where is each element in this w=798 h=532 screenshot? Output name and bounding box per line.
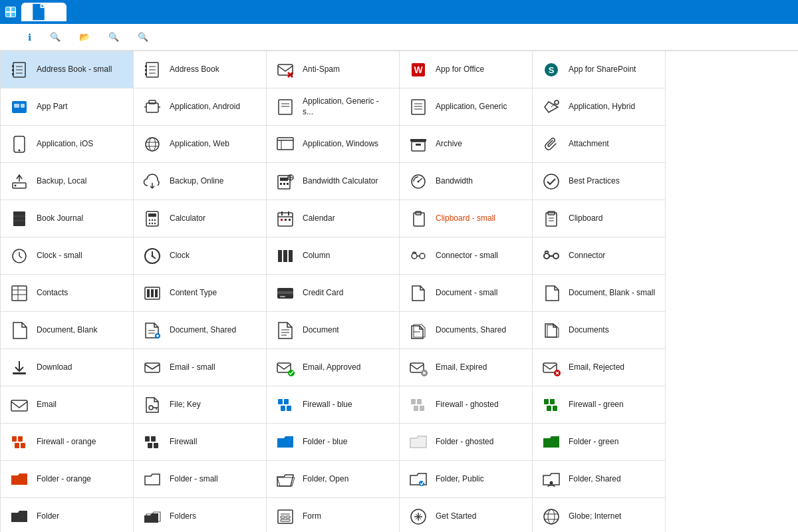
grid-cell-app-for-sharepoint[interactable]: SApp for SharePoint [533,51,666,88]
grid-cell-application-ios[interactable]: Application, iOS [1,126,134,163]
menu-zoom-in[interactable]: 🔍 [102,29,128,45]
grid-cell-email-rejected[interactable]: Email, Rejected [533,349,666,386]
svg-point-53 [15,184,17,186]
grid-cell-application-generic[interactable]: Application, Generic [400,88,533,126]
grid-cell-clipboard[interactable]: Clipboard [533,200,666,237]
minimize-button[interactable] [732,3,750,21]
grid-cell-contacts[interactable]: Contacts [1,275,134,312]
grid-cell-clipboard-small[interactable]: Clipboard - small [400,200,533,237]
grid-cell-application-generic-s[interactable]: Application, Generic - s... [267,88,400,126]
grid-cell-folder-ghosted[interactable]: Folder - ghosted [400,424,533,461]
window-controls [732,3,793,21]
grid-cell-folder-blue[interactable]: Folder - blue [267,424,400,461]
grid-cell-bandwidth-calculator[interactable]: Bandwidth Calculator [267,163,400,200]
grid-cell-app-part[interactable]: App Part [1,88,134,126]
grid-cell-label-email-expired: Email, Expired [436,362,487,373]
grid-cell-get-started[interactable]: Get Started [400,498,533,532]
menu-file[interactable] [5,35,19,40]
svg-rect-50 [412,142,425,151]
svg-rect-28 [146,103,158,112]
grid-cell-document-blank[interactable]: Document, Blank [1,312,134,349]
download-icon [9,357,30,378]
svg-point-105 [544,253,549,259]
grid-cell-book-journal[interactable]: Book Journal [1,200,134,237]
bandwidth-calc-icon [275,171,296,192]
firewall-green-icon [541,394,562,416]
grid-cell-column[interactable]: Column [267,237,400,275]
grid-cell-document-shared[interactable]: Document, Shared [134,312,267,349]
svg-rect-133 [410,363,424,372]
grid-cell-form[interactable]: Form [267,498,400,532]
email-icon [9,394,30,416]
grid-cell-connector[interactable]: Connector [533,237,666,275]
menu-browse[interactable]: 📂 [72,29,99,45]
grid-cell-folder-public[interactable]: Folder, Public [400,461,533,498]
grid-cell-application-android[interactable]: Application, Android [134,88,267,126]
grid-cell-firewall-green[interactable]: Firewall - green [533,386,666,424]
grid-cell-application-web[interactable]: Application, Web [134,126,267,163]
restore-button[interactable] [753,3,771,21]
grid-cell-connector-small[interactable]: Connector - small [400,237,533,275]
grid-cell-address-book[interactable]: Address Book [134,51,267,88]
grid-cell-clock[interactable]: Clock [134,237,267,275]
grid-cell-folder-open[interactable]: Folder, Open [267,461,400,498]
grid-cell-calculator[interactable]: Calculator [134,200,267,237]
grid-cell-clock-small[interactable]: Clock - small [1,237,134,275]
grid-cell-email[interactable]: Email [1,386,134,424]
grid-cell-anti-spam[interactable]: Anti-Spam [267,51,400,88]
grid-cell-application-windows[interactable]: Application, Windows [267,126,400,163]
grid-cell-document-small[interactable]: Document - small [400,275,533,312]
svg-rect-55 [280,178,288,181]
grid-cell-content-type[interactable]: Content Type [134,275,267,312]
grid-cell-email-approved[interactable]: Email, Approved [267,349,400,386]
grid-cell-application-hybrid[interactable]: Application, Hybrid [533,88,666,126]
grid-cell-email-small[interactable]: Email - small [134,349,267,386]
file-tab[interactable] [21,3,66,21]
grid-cell-folder[interactable]: Folder [1,498,134,532]
hamburger-menu[interactable] [782,35,793,40]
grid-cell-document-blank-small[interactable]: Document, Blank - small [533,275,666,312]
grid-cell-archive[interactable]: Archive [400,126,533,163]
zoom-in-icon: 🔍 [108,32,119,42]
grid-cell-label-app-for-office: App for Office [436,65,484,75]
grid-cell-label-document-small: Document - small [436,288,497,299]
grid-cell-firewall-blue[interactable]: Firewall - blue [267,386,400,424]
grid-cell-document[interactable]: Document [267,312,400,349]
grid-cell-folder-orange[interactable]: Folder - orange [1,461,134,498]
clipboard-small-icon [408,208,429,229]
menu-zoom-out[interactable]: 🔍 [131,29,158,45]
svg-rect-156 [553,406,557,411]
grid-cell-label-email-approved: Email, Approved [303,362,360,373]
grid-cell-app-for-office[interactable]: WApp for Office [400,51,533,88]
grid-cell-backup-local[interactable]: Backup, Local [1,163,134,200]
grid-cell-email-expired[interactable]: Email, Expired [400,349,533,386]
grid-cell-file-key[interactable]: File; Key [134,386,267,424]
grid-cell-folder-small[interactable]: Folder - small [134,461,267,498]
grid-cell-folder-green[interactable]: Folder - green [533,424,666,461]
grid-cell-folder-shared[interactable]: Folder, Shared [533,461,666,498]
close-button[interactable] [774,3,793,21]
grid-cell-download[interactable]: Download [1,349,134,386]
menu-file-info[interactable]: ℹ [21,29,41,45]
grid-cell-address-book-small[interactable]: Address Book - small [1,51,134,88]
grid-cell-firewall-orange[interactable]: Firewall - orange [1,424,134,461]
grid-cell-firewall[interactable]: Firewall [134,424,267,461]
svg-rect-162 [151,436,156,442]
grid-cell-firewall-ghosted[interactable]: Firewall - ghosted [400,386,533,424]
grid-cell-calendar[interactable]: Calendar [267,200,400,237]
svg-rect-149 [411,399,416,404]
grid-cell-label-anti-spam: Anti-Spam [303,65,340,75]
grid-cell-globe-internet[interactable]: Globe; Internet [533,498,666,532]
grid-cell-attachment[interactable]: Attachment [533,126,666,163]
grid-cell-credit-card[interactable]: Credit Card [267,275,400,312]
menu-inspect[interactable]: 🔍 [43,29,70,45]
email-approved-icon [275,357,296,378]
grid-cell-backup-online[interactable]: Backup, Online [134,163,267,200]
svg-point-166 [550,481,553,484]
grid-cell-documents-shared[interactable]: Documents, Shared [400,312,533,349]
grid-cell-best-practices[interactable]: Best Practices [533,163,666,200]
grid-cell-bandwidth[interactable]: Bandwidth [400,163,533,200]
archive-icon [408,134,429,155]
grid-cell-documents[interactable]: Documents [533,312,666,349]
grid-cell-folders[interactable]: Folders [134,498,267,532]
